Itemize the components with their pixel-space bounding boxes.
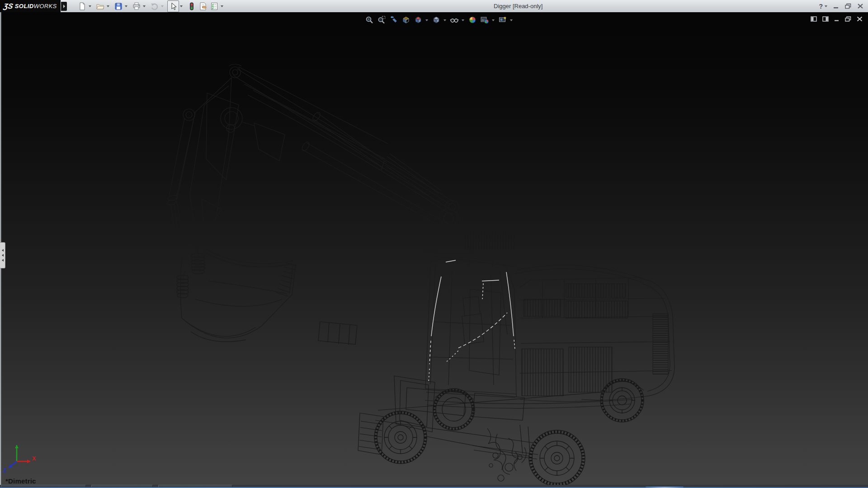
left-arrow-icon [2, 259, 4, 262]
rebuild-button[interactable] [186, 1, 197, 12]
document-window-controls [811, 16, 863, 22]
apply-scene-icon [480, 15, 489, 24]
section-view-icon [401, 15, 410, 24]
view-orientation-button[interactable] [413, 15, 423, 25]
ds-logo-mark: ƷS [3, 2, 14, 10]
section-view-button[interactable] [401, 15, 411, 25]
new-document-dropdown[interactable] [89, 5, 91, 7]
graphics-area[interactable]: X Z *Dimetric [0, 12, 868, 485]
view-orientation-icon [414, 15, 423, 24]
feature-manager-collapsed-tab[interactable] [0, 242, 5, 268]
view-orientation-dropdown[interactable] [425, 19, 428, 21]
excavator-wireframe-model [0, 12, 868, 485]
display-style-dropdown[interactable] [443, 19, 446, 21]
view-settings-button[interactable] [498, 15, 508, 25]
right-arrow-icon [63, 5, 65, 8]
print-dropdown[interactable] [143, 5, 146, 7]
restore-document-button[interactable] [845, 16, 851, 22]
title-bar: ƷS SOLIDWORKS [0, 0, 868, 13]
traffic-light-icon [187, 2, 196, 11]
appearance-ball-icon [468, 15, 477, 24]
eyeglasses-icon [450, 15, 459, 24]
save-dropdown[interactable] [125, 5, 127, 7]
print-button[interactable] [131, 1, 142, 12]
edit-appearance-button[interactable] [467, 15, 477, 25]
zoom-to-area-button[interactable] [377, 15, 387, 25]
minimize-document-button[interactable] [834, 16, 840, 22]
new-document-button[interactable] [77, 1, 88, 12]
main-toolbar [76, 0, 226, 12]
left-arrow-icon [2, 249, 4, 252]
taskbar-edge [0, 485, 868, 488]
orientation-triad: X Z [2, 438, 40, 473]
zoom-to-fit-button[interactable] [364, 15, 374, 25]
file-properties-icon [198, 2, 208, 11]
previous-view-icon [389, 15, 398, 24]
undo-button[interactable] [149, 1, 160, 12]
apply-scene-button[interactable] [480, 15, 490, 25]
window-title: Digger [Read-only] [494, 3, 542, 9]
help-icon: ? [819, 3, 823, 10]
minimize-button[interactable] [833, 3, 839, 9]
select-cursor-icon [169, 2, 178, 11]
menu-expand-arrow[interactable] [61, 2, 67, 11]
view-settings-icon [498, 15, 507, 24]
zoom-to-area-icon [377, 15, 386, 24]
hide-show-dropdown[interactable] [462, 19, 464, 21]
heads-up-view-toolbar [364, 15, 514, 25]
options-dropdown[interactable] [221, 5, 223, 7]
zoom-to-fit-icon [365, 15, 374, 24]
open-document-button[interactable] [95, 1, 106, 12]
display-style-icon [432, 15, 441, 24]
help-button[interactable]: ? [819, 3, 827, 10]
view-settings-dropdown[interactable] [510, 19, 513, 21]
undo-icon [150, 2, 159, 11]
undo-dropdown[interactable] [161, 5, 164, 7]
help-dropdown-icon [825, 5, 827, 7]
app-window-controls: ? [819, 0, 863, 12]
hide-show-items-button[interactable] [449, 15, 459, 25]
display-style-button[interactable] [431, 15, 441, 25]
save-button[interactable] [113, 1, 124, 12]
triad-z-label: Z [3, 467, 6, 473]
collapse-left-pane-button[interactable] [811, 16, 817, 22]
open-folder-icon [96, 2, 105, 11]
previous-view-button[interactable] [389, 15, 399, 25]
open-document-dropdown[interactable] [107, 5, 109, 7]
close-button[interactable] [857, 3, 863, 9]
solidworks-window: ƷS SOLIDWORKS [0, 0, 868, 488]
solidworks-logo: ƷS SOLIDWORKS [0, 0, 61, 12]
select-dropdown[interactable] [180, 5, 183, 7]
left-arrow-icon [2, 254, 4, 257]
collapse-right-pane-button[interactable] [822, 16, 829, 22]
options-button[interactable] [209, 1, 220, 12]
apply-scene-dropdown[interactable] [492, 19, 495, 21]
new-document-icon [78, 2, 87, 11]
restore-button[interactable] [845, 3, 851, 9]
print-icon [132, 2, 141, 11]
triad-x-label: X [32, 455, 36, 462]
view-orientation-label: *Dimetric [5, 478, 36, 485]
select-button[interactable] [167, 0, 179, 12]
file-properties-button[interactable] [198, 1, 208, 12]
close-document-button[interactable] [857, 16, 863, 22]
options-checklist-icon [210, 2, 219, 11]
save-icon [114, 2, 123, 11]
